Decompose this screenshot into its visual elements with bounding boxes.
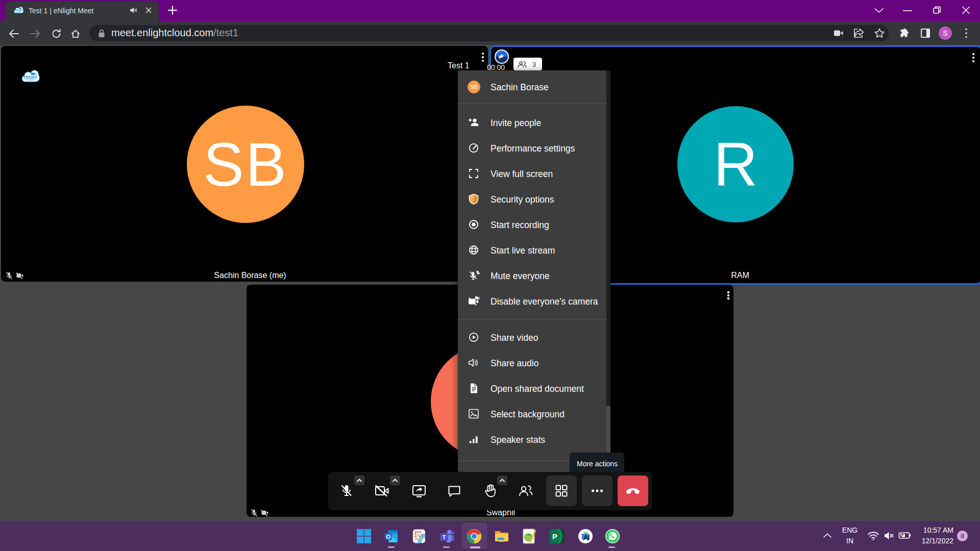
svg-text:meet: meet <box>16 11 21 13</box>
svg-text:O: O <box>386 534 390 540</box>
svg-text:T: T <box>443 534 446 540</box>
svg-text:meet: meet <box>27 79 34 81</box>
svg-text:P: P <box>552 532 557 541</box>
